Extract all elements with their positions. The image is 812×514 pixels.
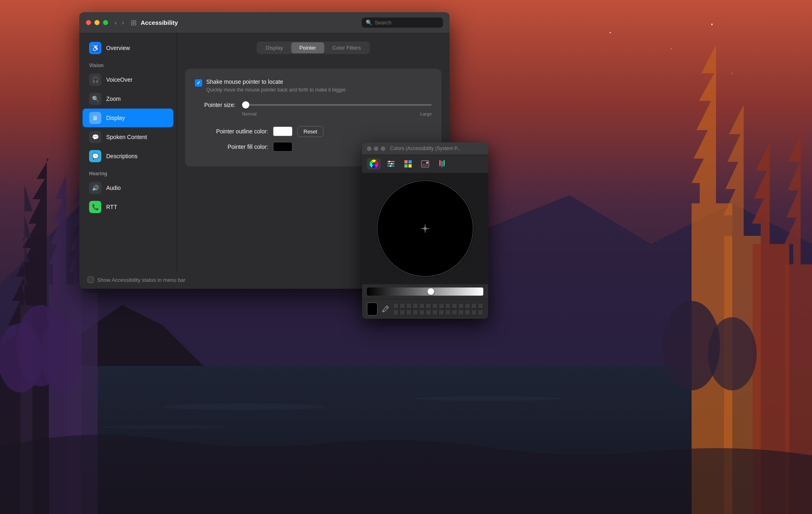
cp-tab-wheel[interactable] bbox=[367, 158, 381, 170]
shake-description: Quickly move the mouse pointer back and … bbox=[206, 87, 347, 94]
sliders-icon bbox=[386, 159, 395, 168]
swatch-cell[interactable] bbox=[432, 303, 438, 309]
swatch-cell[interactable] bbox=[478, 303, 483, 309]
svg-rect-30 bbox=[421, 161, 429, 167]
nav-arrows: ‹ › bbox=[113, 18, 126, 27]
swatches-icon bbox=[404, 159, 413, 168]
swatch-cell[interactable] bbox=[445, 303, 451, 309]
tab-color-filters[interactable]: Color Filters bbox=[324, 42, 369, 53]
swatch-cell[interactable] bbox=[465, 303, 470, 309]
sidebar-item-display[interactable]: 🖥 Display bbox=[83, 109, 173, 127]
swatch-cell[interactable] bbox=[426, 303, 431, 309]
voiceover-label: VoiceOver bbox=[106, 76, 133, 83]
window-title: Accessibility bbox=[141, 19, 362, 26]
rtt-label: RTT bbox=[106, 204, 117, 210]
maximize-button[interactable] bbox=[103, 20, 108, 25]
swatch-cell[interactable] bbox=[432, 309, 438, 315]
swatch-cell[interactable] bbox=[478, 309, 483, 315]
slider-label-row: Pointer size: bbox=[195, 102, 432, 108]
svg-rect-27 bbox=[408, 160, 412, 163]
display-icon: 🖥 bbox=[89, 112, 101, 124]
hearing-section-header: Hearing bbox=[79, 166, 177, 178]
colors-maximize[interactable] bbox=[381, 146, 385, 151]
swatch-cell[interactable] bbox=[465, 309, 470, 315]
current-color-swatch[interactable] bbox=[367, 303, 378, 316]
outline-color-label: Pointer outline color: bbox=[195, 128, 268, 135]
swatch-cell[interactable] bbox=[471, 309, 477, 315]
svg-point-19 bbox=[372, 162, 375, 166]
forward-arrow[interactable]: › bbox=[120, 18, 125, 27]
swatch-cell[interactable] bbox=[439, 309, 444, 315]
swatch-cell[interactable] bbox=[399, 303, 405, 309]
swatch-cell[interactable] bbox=[406, 303, 412, 309]
tabs-bar: Display Pointer Color Filters bbox=[257, 41, 370, 54]
swatch-cell[interactable] bbox=[471, 303, 477, 309]
sidebar-item-audio[interactable]: 🔊 Audio bbox=[83, 179, 173, 197]
swatch-cell[interactable] bbox=[399, 309, 405, 315]
swatch-cell[interactable] bbox=[458, 309, 464, 315]
colors-minimize[interactable] bbox=[374, 146, 378, 151]
grid-icon[interactable]: ⊞ bbox=[131, 18, 137, 27]
swatch-cell[interactable] bbox=[426, 309, 431, 315]
swatch-cell[interactable] bbox=[413, 309, 418, 315]
vision-section-header: Vision bbox=[79, 58, 177, 70]
swatch-cell[interactable] bbox=[413, 303, 418, 309]
sidebar-item-overview[interactable]: ♿ Overview bbox=[83, 39, 173, 57]
sidebar-item-descriptions[interactable]: 💬 Descriptions bbox=[83, 147, 173, 166]
reset-button[interactable]: Reset bbox=[297, 126, 323, 137]
sidebar-item-voiceover[interactable]: 🎧 VoiceOver bbox=[83, 70, 173, 89]
sidebar-item-spoken-content[interactable]: 💬 Spoken Content bbox=[83, 128, 173, 146]
eyedropper-button[interactable] bbox=[381, 303, 390, 315]
svg-point-4 bbox=[41, 317, 81, 390]
swatch-cell[interactable] bbox=[439, 303, 444, 309]
menu-bar-checkbox[interactable] bbox=[87, 277, 94, 283]
tab-display[interactable]: Display bbox=[258, 42, 291, 53]
audio-icon: 🔊 bbox=[89, 182, 101, 194]
minimize-button[interactable] bbox=[94, 20, 100, 25]
menu-bar-label: Show Accessibility status in menu bar bbox=[97, 277, 186, 283]
swatch-cell[interactable] bbox=[406, 309, 412, 315]
eyedropper-icon bbox=[381, 305, 389, 313]
svg-rect-33 bbox=[441, 161, 443, 167]
sidebar-item-zoom[interactable]: 🔍 Zoom bbox=[83, 89, 173, 108]
spoken-content-icon: 💬 bbox=[89, 131, 101, 143]
colors-close[interactable] bbox=[367, 146, 371, 151]
svg-point-44 bbox=[382, 311, 384, 312]
swatch-cell[interactable] bbox=[393, 309, 399, 315]
swatch-cell[interactable] bbox=[393, 303, 399, 309]
swatch-cell[interactable] bbox=[419, 303, 425, 309]
voiceover-icon: 🎧 bbox=[89, 74, 101, 86]
descriptions-icon: 💬 bbox=[89, 150, 101, 162]
colors-title: Colors (Accessibility (System P... bbox=[390, 146, 461, 151]
cp-tab-pencils[interactable] bbox=[435, 158, 449, 170]
size-slider-thumb[interactable] bbox=[242, 101, 249, 109]
close-button[interactable] bbox=[86, 20, 91, 25]
search-bar[interactable]: 🔍 bbox=[362, 17, 443, 28]
color-wheel[interactable] bbox=[376, 180, 474, 277]
cp-tab-swatches[interactable] bbox=[401, 158, 415, 170]
svg-point-11 bbox=[671, 48, 672, 49]
svg-point-23 bbox=[389, 161, 390, 162]
svg-marker-37 bbox=[443, 166, 445, 167]
display-label: Display bbox=[106, 115, 125, 121]
brightness-slider[interactable] bbox=[367, 287, 483, 296]
swatch-cell[interactable] bbox=[452, 303, 457, 309]
back-arrow[interactable]: ‹ bbox=[113, 18, 118, 27]
swatch-cell[interactable] bbox=[458, 303, 464, 309]
fill-color-swatch[interactable] bbox=[273, 142, 292, 152]
search-input[interactable] bbox=[375, 20, 439, 26]
swatch-cell[interactable] bbox=[445, 309, 451, 315]
sidebar-item-rtt[interactable]: 📞 RTT bbox=[83, 198, 173, 216]
swatch-cell[interactable] bbox=[419, 309, 425, 315]
svg-point-14 bbox=[732, 73, 733, 74]
svg-marker-35 bbox=[439, 166, 441, 167]
rtt-icon: 📞 bbox=[89, 201, 101, 213]
brightness-thumb[interactable] bbox=[428, 288, 434, 295]
tab-pointer[interactable]: Pointer bbox=[291, 42, 324, 53]
cp-tab-sliders[interactable] bbox=[384, 158, 398, 170]
size-slider[interactable] bbox=[242, 104, 432, 106]
shake-checkbox[interactable] bbox=[195, 79, 202, 87]
cp-tab-image[interactable] bbox=[418, 158, 432, 170]
swatch-cell[interactable] bbox=[452, 309, 457, 315]
outline-color-swatch[interactable] bbox=[273, 126, 292, 136]
